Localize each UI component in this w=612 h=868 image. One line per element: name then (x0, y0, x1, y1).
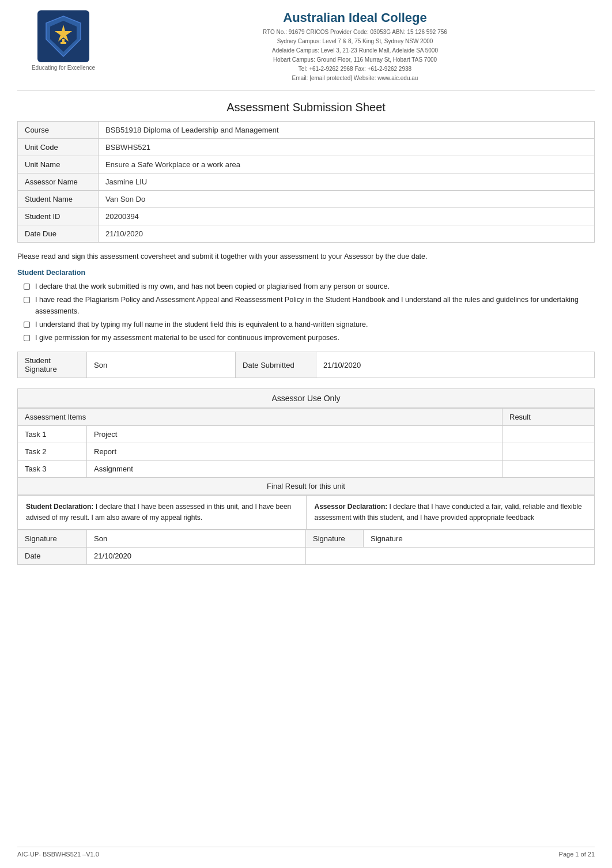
instructions-text: Please read and sign this assessment cov… (17, 251, 595, 262)
bottom-sig-row: Signature Son Signature Signature (18, 530, 595, 548)
declaration-text-3: I understand that by typing my full name… (35, 319, 368, 330)
rto-line: RTO No.: 91679 CRICOS Provider Code: 030… (115, 28, 595, 37)
date-due-value: 21/10/2020 (99, 225, 595, 243)
svg-rect-5 (62, 39, 65, 44)
declaration-section: Please read and sign this assessment cov… (17, 251, 595, 344)
assessor-decl-label: Assessor Declaration: (315, 503, 388, 511)
task1-label: Task 1 (18, 426, 87, 443)
assessor-name-value: Jasmine LIU (99, 173, 595, 191)
course-row: Course BSB51918 Diploma of Leadership an… (18, 122, 595, 139)
col-items-header: Assessment Items (18, 409, 503, 426)
task-row-1: Task 1 Project (18, 426, 595, 443)
declaration-text-2: I have read the Plagiarism Policy and As… (35, 294, 595, 317)
unit-code-value: BSBWHS521 (99, 139, 595, 156)
student-name-row: Student Name Van Son Do (18, 191, 595, 208)
task2-label: Task 2 (18, 443, 87, 461)
college-name: Australian Ideal College (115, 10, 595, 25)
unit-name-label: Unit Name (18, 156, 99, 173)
declaration-item-2: ▢ I have read the Plagiarism Policy and … (23, 294, 595, 317)
task1-item: Project (87, 426, 503, 443)
student-decl-label: Student Declaration: (26, 503, 93, 511)
student-name-value: Van Son Do (99, 191, 595, 208)
bottom-student-sig-value: Son (87, 530, 306, 548)
date-submitted-label: Date Submitted (236, 352, 316, 378)
declaration-item-3: ▢ I understand that by typing my full na… (23, 319, 595, 330)
bottom-date-empty (306, 548, 595, 565)
unit-code-row: Unit Code BSBWHS521 (18, 139, 595, 156)
bottom-date-label: Date (18, 548, 87, 565)
task-row-3: Task 3 Assignment (18, 461, 595, 478)
address2: Adelaide Campus: Level 3, 21-23 Rundle M… (115, 46, 595, 55)
assessor-items-table: Assessment Items Result Task 1 Project T… (17, 408, 595, 495)
col-result-header: Result (503, 409, 595, 426)
page-footer: AIC-UP- BSBWHS521 –V1.0 Page 1 of 21 (17, 847, 595, 858)
bottom-decl-row: Student Declaration: I declare that I ha… (18, 496, 595, 530)
declaration-title: Student Declaration (17, 267, 595, 278)
footer-right: Page 1 of 21 (559, 851, 595, 858)
bottom-date-row: Date 21/10/2020 (18, 548, 595, 565)
task2-result (503, 443, 595, 461)
student-decl-cell: Student Declaration: I declare that I ha… (18, 496, 307, 530)
signature-row: Student Signature Son Date Submitted 21/… (18, 352, 595, 378)
bottom-declarations-table: Student Declaration: I declare that I ha… (17, 495, 595, 530)
bottom-student-sig-label: Signature (18, 530, 87, 548)
page-container: Educating for Excellence Australian Idea… (0, 0, 612, 868)
college-info: Australian Ideal College RTO No.: 91679 … (109, 10, 595, 83)
bullet-icon-1: ▢ (23, 281, 31, 292)
bullet-icon-2: ▢ (23, 294, 31, 305)
college-logo (37, 10, 89, 62)
main-title: Assessment Submission Sheet (17, 101, 595, 114)
date-due-label: Date Due (18, 225, 99, 243)
assessor-header: Assessor Use Only (17, 388, 595, 408)
task3-result (503, 461, 595, 478)
logo-tagline: Educating for Excellence (32, 65, 95, 71)
final-result-row: Final Result for this unit (18, 478, 595, 495)
course-label: Course (18, 122, 99, 139)
logo-area: Educating for Excellence (17, 10, 109, 71)
bullet-icon-3: ▢ (23, 319, 31, 330)
declaration-text-4: I give permission for my assessment mate… (35, 332, 339, 344)
task3-label: Task 3 (18, 461, 87, 478)
unit-code-label: Unit Code (18, 139, 99, 156)
college-details: RTO No.: 91679 CRICOS Provider Code: 030… (115, 28, 595, 83)
declaration-item-4: ▢ I give permission for my assessment ma… (23, 332, 595, 344)
bottom-assessor-sig-label: Signature (306, 530, 364, 548)
task1-result (503, 426, 595, 443)
address3: Hobart Campus: Ground Floor, 116 Murray … (115, 55, 595, 65)
assessor-decl-cell: Assessor Declaration: I declare that I h… (306, 496, 595, 530)
date-due-row: Date Due 21/10/2020 (18, 225, 595, 243)
bottom-signature-table: Signature Son Signature Signature Date 2… (17, 530, 595, 565)
student-id-label: Student ID (18, 208, 99, 225)
student-id-row: Student ID 20200394 (18, 208, 595, 225)
assessor-section: Assessor Use Only Assessment Items Resul… (17, 388, 595, 495)
declaration-list: ▢ I declare that the work submitted is m… (17, 281, 595, 344)
student-sig-value: Son (87, 352, 236, 378)
bottom-date-value: 21/10/2020 (87, 548, 306, 565)
task3-item: Assignment (87, 461, 503, 478)
student-id-value: 20200394 (99, 208, 595, 225)
task2-item: Report (87, 443, 503, 461)
assessor-name-label: Assessor Name (18, 173, 99, 191)
signature-table: Student Signature Son Date Submitted 21/… (17, 352, 595, 378)
form-table: Course BSB51918 Diploma of Leadership an… (17, 121, 595, 243)
course-value: BSB51918 Diploma of Leadership and Manag… (99, 122, 595, 139)
assessor-name-row: Assessor Name Jasmine LIU (18, 173, 595, 191)
date-submitted-value: 21/10/2020 (316, 352, 595, 378)
email-web: Email: [email protected] Website: www.ai… (115, 74, 595, 83)
assessor-table-header: Assessment Items Result (18, 409, 595, 426)
address1: Sydney Campus: Level 7 & 8, 75 King St, … (115, 37, 595, 46)
page-header: Educating for Excellence Australian Idea… (17, 10, 595, 90)
bottom-assessor-sig-value: Signature (364, 530, 595, 548)
declaration-item-1: ▢ I declare that the work submitted is m… (23, 281, 595, 292)
final-result-label: Final Result for this unit (18, 478, 595, 495)
student-name-label: Student Name (18, 191, 99, 208)
bullet-icon-4: ▢ (23, 332, 31, 344)
contact: Tel: +61-2-9262 2968 Fax: +61-2-9262 293… (115, 65, 595, 74)
unit-name-value: Ensure a Safe Workplace or a work area (99, 156, 595, 173)
unit-name-row: Unit Name Ensure a Safe Workplace or a w… (18, 156, 595, 173)
student-sig-label: Student Signature (18, 352, 87, 378)
footer-left: AIC-UP- BSBWHS521 –V1.0 (17, 851, 99, 858)
task-row-2: Task 2 Report (18, 443, 595, 461)
declaration-text-1: I declare that the work submitted is my … (35, 281, 390, 292)
